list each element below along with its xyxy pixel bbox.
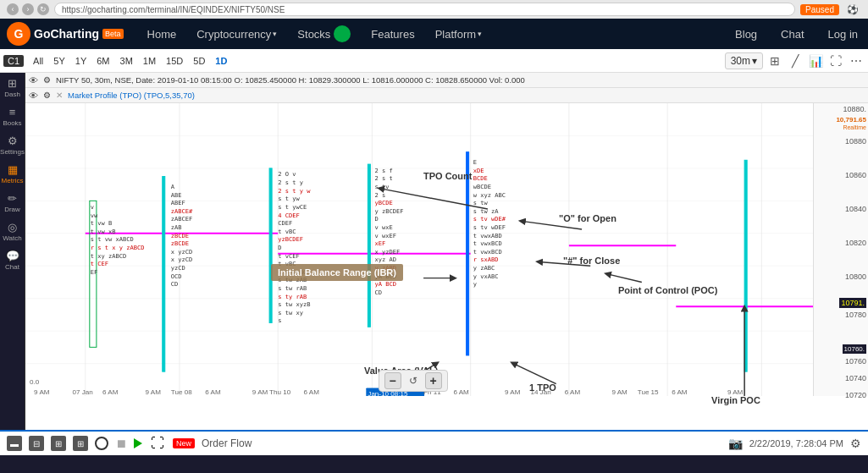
- svg-text:t vw xB: t vw xB: [91, 228, 116, 235]
- svg-text:OCD: OCD: [171, 273, 182, 280]
- tf-6m[interactable]: 6M: [92, 54, 113, 68]
- svg-text:t vCEF: t vCEF: [278, 253, 300, 260]
- sidebar-item-dash[interactable]: ⊞ Dash: [2, 76, 24, 98]
- layout-icon-1[interactable]: ▬: [7, 436, 22, 451]
- chart-canvas: v vw t vw B t vw xB s t vw xABCD r s t x…: [25, 103, 868, 413]
- layout-icon-3[interactable]: ⊞: [51, 436, 66, 451]
- svg-text:07 Jan: 07 Jan: [73, 388, 93, 396]
- tf-3m[interactable]: 3M: [116, 54, 137, 68]
- svg-text:6 AM: 6 AM: [672, 388, 687, 396]
- nav-blog[interactable]: Blog: [725, 19, 767, 49]
- stop-icon[interactable]: ⏹: [115, 437, 127, 450]
- layout-icon-2[interactable]: ⊟: [29, 436, 44, 451]
- camera-icon[interactable]: 📷: [728, 437, 743, 450]
- price-10780: 10780: [845, 311, 866, 319]
- sidebar-item-draw[interactable]: ✏ Draw: [2, 191, 24, 213]
- price-10880-top: 10880.: [843, 105, 866, 113]
- tf-5y[interactable]: 5Y: [49, 54, 69, 68]
- zoom-plus-button[interactable]: +: [425, 372, 442, 389]
- live-badge[interactable]: New: [173, 438, 195, 448]
- price-10800: 10800: [845, 272, 866, 281]
- nav-cryptocurrency[interactable]: Cryptocurrency ▾: [186, 19, 287, 49]
- nav-stocks[interactable]: Stocks: [287, 19, 361, 49]
- nav-crypto-label: Cryptocurrency: [196, 28, 271, 41]
- record-button[interactable]: [95, 437, 108, 450]
- tf-15d[interactable]: 15D: [162, 54, 187, 68]
- stocks-icon: [334, 25, 351, 42]
- svg-line-105: [513, 364, 556, 384]
- delete-icon[interactable]: ✕: [56, 91, 63, 100]
- svg-text:wBCDE: wBCDE: [473, 184, 491, 190]
- logo: G GoCharting Beta: [7, 22, 124, 46]
- svg-text:x yzCD: x yzCD: [171, 249, 193, 256]
- svg-rect-44: [269, 168, 272, 323]
- tf-1d[interactable]: 1D: [211, 54, 231, 68]
- settings-icon-2[interactable]: ⚙: [43, 91, 51, 100]
- layout-icon-4[interactable]: ⊞: [73, 436, 88, 451]
- zoom-reset-button[interactable]: ↺: [405, 372, 422, 389]
- svg-text:s t vw xABCD: s t vw xABCD: [91, 237, 134, 244]
- toolbar: C1 All 5Y 1Y 6M 3M 1M 15D 5D 1D 30m ▾ ⊞ …: [0, 49, 868, 73]
- left-sidebar: ⊞ Dash ≡ Books ⚙ Settings ▦ Metrics ✏ Dr…: [0, 73, 25, 430]
- poc-label: Point of Control (POC): [618, 285, 717, 295]
- svg-text:yzCD: yzCD: [171, 265, 185, 272]
- zoom-minus-button[interactable]: −: [384, 372, 401, 389]
- svg-text:A: A: [171, 184, 175, 190]
- svg-text:EF: EF: [91, 269, 98, 276]
- svg-text:y: y: [473, 281, 477, 288]
- svg-text:zBCDE: zBCDE: [171, 240, 189, 247]
- bar-chart-icon[interactable]: 📊: [807, 52, 824, 69]
- svg-text:xyz AD: xyz AD: [374, 257, 396, 264]
- more-icon[interactable]: ⋯: [848, 52, 865, 69]
- fullscreen-icon[interactable]: ⛶: [827, 52, 844, 69]
- back-button[interactable]: ‹: [7, 3, 19, 15]
- svg-text:s tw xyzB: s tw xyzB: [278, 301, 310, 308]
- tf-1m[interactable]: 1M: [139, 54, 160, 68]
- url-bar[interactable]: https://gocharting.com/terminal/IN/EQIND…: [54, 3, 795, 16]
- svg-text:9 AM: 9 AM: [611, 388, 627, 396]
- chart-info-row2: 👁 ⚙ ✕ Market Profile (TPO) (TPO,5,35,70): [25, 88, 868, 103]
- svg-text:CD: CD: [374, 289, 382, 296]
- svg-text:v: v: [91, 204, 94, 211]
- sidebar-item-chat[interactable]: 💬 Chat: [2, 249, 24, 271]
- nav-chat[interactable]: Chat: [771, 19, 814, 49]
- sidebar-item-books[interactable]: ≡ Books: [2, 105, 24, 127]
- settings-icon-1[interactable]: ⚙: [43, 75, 51, 85]
- tf-5d[interactable]: 5D: [189, 54, 209, 68]
- nav-features[interactable]: Features: [361, 19, 424, 49]
- draw-line-icon[interactable]: ╱: [787, 52, 804, 69]
- price-10840: 10840: [845, 205, 866, 213]
- tf-all[interactable]: All: [29, 54, 47, 68]
- refresh-button[interactable]: ↻: [37, 3, 49, 15]
- svg-rect-81: [467, 152, 469, 355]
- sidebar-item-settings[interactable]: ⚙ Settings: [2, 134, 24, 156]
- tf-1y[interactable]: 1Y: [71, 54, 91, 68]
- play-button[interactable]: [134, 438, 142, 448]
- nav-stocks-label: Stocks: [297, 28, 330, 41]
- interval-selector[interactable]: 30m ▾: [725, 52, 763, 69]
- svg-text:6 AM: 6 AM: [304, 388, 319, 396]
- svg-text:t xy zABCD: t xy zABCD: [91, 253, 127, 260]
- forward-button[interactable]: ›: [22, 3, 34, 15]
- svg-text:t vwxBCD: t vwxBCD: [473, 240, 502, 247]
- svg-text:y vxABC: y vxABC: [473, 273, 499, 280]
- sidebar-item-metrics[interactable]: ▦ Metrics: [2, 162, 24, 184]
- bottom-right: 📷 2/22/2019, 7:28:04 PM ⚙: [728, 437, 861, 450]
- eye-icon-1[interactable]: 👁: [29, 75, 38, 85]
- svg-text:t vBC: t vBC: [278, 228, 296, 235]
- settings-gear-icon[interactable]: ⚙: [850, 437, 861, 450]
- nav-platform[interactable]: Platform ▾: [425, 19, 492, 49]
- realtime-badge: Realtime: [843, 124, 866, 130]
- nav-login[interactable]: Log in: [818, 19, 868, 49]
- sidebar-item-watch[interactable]: ◎ Watch: [2, 220, 24, 242]
- svg-text:t CEF: t CEF: [91, 261, 108, 267]
- chart-indicator-info: Market Profile (TPO) (TPO,5,35,70): [68, 91, 195, 100]
- svg-text:D: D: [374, 217, 378, 223]
- expand-button[interactable]: ⛶: [149, 437, 166, 449]
- o-for-open-label: "O" for Open: [559, 213, 616, 223]
- eye-icon-2[interactable]: 👁: [29, 91, 38, 101]
- nav-home[interactable]: Home: [137, 19, 187, 49]
- svg-rect-30: [163, 177, 165, 372]
- chart-type-icon[interactable]: ⊞: [766, 52, 783, 69]
- svg-text:9 AM: 9 AM: [146, 388, 161, 396]
